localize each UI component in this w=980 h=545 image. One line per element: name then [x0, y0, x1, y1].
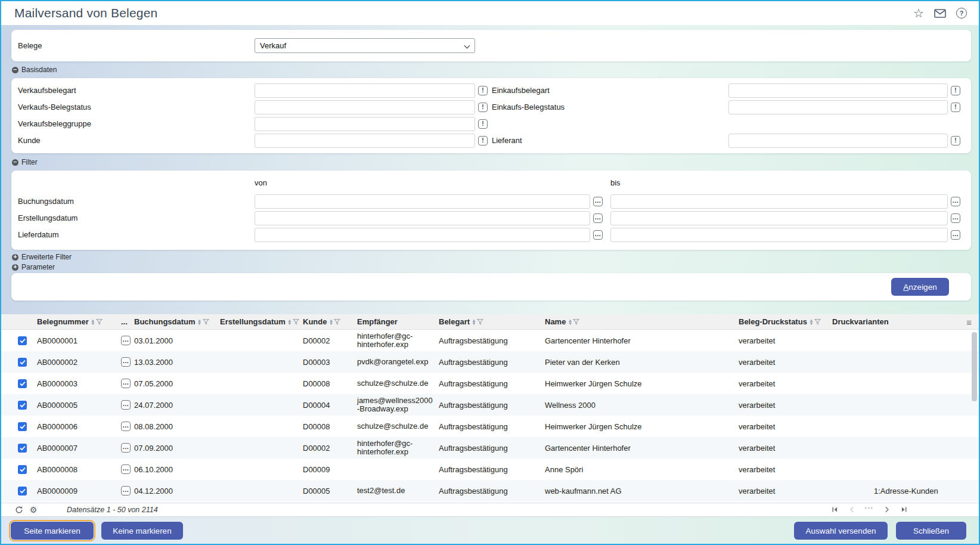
filter-funnel-icon[interactable] [293, 318, 299, 325]
table-row[interactable]: AB0000008 06.10.2000 D00009 Auftragsbest… [1, 459, 979, 480]
verkaufsbeleggruppe-lookup-icon[interactable] [478, 119, 488, 129]
buchungsdatum-von-datepicker-icon[interactable] [593, 197, 603, 206]
belege-select[interactable]: Verkauf [255, 38, 475, 53]
favorite-star-icon[interactable]: ☆ [912, 7, 925, 20]
table-row[interactable]: AB0000007 07.09.2000 D00002 hinterhofer@… [1, 437, 979, 459]
keine-markieren-button[interactable]: Keine markieren [101, 522, 183, 540]
vertical-scrollbar[interactable] [972, 331, 977, 501]
table-row[interactable]: AB0000005 24.07.2000 D00004 james@wellne… [1, 394, 979, 416]
auswahl-versenden-button[interactable]: Auswahl versenden [794, 522, 888, 540]
parameter-expander[interactable]: Parameter [12, 263, 72, 271]
verkaufsbelegart-input[interactable] [255, 83, 475, 98]
previous-page-icon[interactable] [847, 504, 857, 514]
erstellungsdatum-bis-datepicker-icon[interactable] [951, 213, 960, 223]
last-page-icon[interactable] [899, 504, 908, 514]
row-checkbox[interactable] [18, 401, 27, 410]
filter-funnel-icon[interactable] [477, 318, 483, 325]
schliessen-button[interactable]: Schließen [896, 522, 966, 540]
sort-icon[interactable] [810, 319, 812, 325]
row-checkbox[interactable] [18, 465, 27, 474]
table-menu-icon[interactable]: ≡ [966, 317, 972, 327]
lieferdatum-von-input[interactable] [255, 228, 590, 242]
row-checkbox[interactable] [18, 422, 27, 431]
lieferdatum-von-datepicker-icon[interactable] [593, 230, 603, 240]
verkaufs-belegstatus-input[interactable] [255, 100, 475, 114]
column-header-kunde[interactable]: Kunde [303, 317, 357, 326]
column-header-buchungsdatum[interactable]: Buchungsdatum [134, 317, 220, 326]
refresh-icon[interactable] [14, 505, 24, 515]
collapse-icon [12, 159, 18, 166]
erstellungsdatum-von-datepicker-icon[interactable] [593, 213, 603, 223]
cell-beleg-druckstatus: verarbeitet [739, 358, 832, 367]
section-filter-toggle[interactable]: Filter [12, 158, 38, 166]
row-actions-icon[interactable] [121, 400, 131, 410]
filter-funnel-icon[interactable] [573, 318, 579, 325]
buchungsdatum-bis-datepicker-icon[interactable] [951, 197, 960, 206]
sort-icon[interactable] [569, 319, 571, 325]
row-actions-icon[interactable] [121, 379, 131, 388]
help-icon[interactable]: ? [955, 7, 968, 20]
filter-funnel-icon[interactable] [203, 318, 209, 325]
seite-markieren-button[interactable]: Seite markieren [11, 522, 94, 540]
column-header-erstellungsdatum[interactable]: Erstellungsdatum [220, 317, 303, 326]
anzeigen-button[interactable]: Anzeigen [891, 278, 949, 296]
row-actions-icon[interactable] [121, 422, 131, 431]
cell-empfaenger: james@wellness2000-Broadway.exp [357, 397, 439, 413]
verkaufsbeleggruppe-input[interactable] [255, 117, 475, 131]
page-select-icon[interactable]: ··· [864, 503, 874, 513]
lieferant-lookup-icon[interactable] [951, 136, 960, 145]
column-header-beleg-druckstatus[interactable]: Beleg-Druckstatus [739, 317, 832, 326]
section-basisdaten-toggle[interactable]: Basisdaten [12, 66, 57, 74]
scrollbar-thumb[interactable] [972, 332, 977, 401]
envelope-icon[interactable] [934, 7, 947, 20]
row-actions-icon[interactable] [121, 357, 131, 367]
filter-funnel-icon[interactable] [96, 318, 103, 325]
row-checkbox[interactable] [18, 487, 27, 496]
next-page-icon[interactable] [882, 504, 891, 514]
filter-funnel-icon[interactable] [334, 318, 340, 325]
erweiterte-filter-expander[interactable]: Erweiterte Filter [12, 253, 72, 261]
sort-icon[interactable] [473, 319, 475, 325]
buchungsdatum-bis-input[interactable] [610, 194, 948, 209]
einkaufs-belegstatus-lookup-icon[interactable] [951, 103, 960, 112]
row-actions-icon[interactable] [121, 336, 131, 345]
lieferdatum-bis-input[interactable] [610, 228, 948, 242]
gear-icon[interactable]: ⚙ [29, 505, 38, 515]
lieferant-input[interactable] [728, 134, 948, 148]
row-checkbox[interactable] [18, 336, 27, 345]
table-row[interactable]: AB0000002 13.03.2000 D00003 pvdk@oranget… [1, 351, 979, 373]
erstellungsdatum-von-input[interactable] [255, 211, 590, 225]
kunde-lookup-icon[interactable] [478, 136, 488, 145]
row-checkbox[interactable] [18, 358, 27, 367]
cell-name: Heimwerker Jürgen Schulze [545, 379, 739, 388]
row-actions-icon[interactable] [121, 443, 131, 453]
verkaufs-belegstatus-lookup-icon[interactable] [478, 103, 488, 112]
row-checkbox[interactable] [18, 444, 27, 453]
sort-icon[interactable] [199, 319, 201, 325]
column-header-belegnummer[interactable]: Belegnummer [37, 317, 121, 326]
column-header-name[interactable]: Name [545, 317, 739, 326]
table-row[interactable]: AB0000006 08.08.2000 D00008 schulze@schu… [1, 416, 979, 437]
buchungsdatum-von-input[interactable] [255, 194, 590, 209]
table-row[interactable]: AB0000001 03.01.2000 D00002 hinterhofer@… [1, 330, 979, 351]
einkaufs-belegstatus-input[interactable] [728, 100, 948, 114]
einkaufsbelegart-lookup-icon[interactable] [951, 86, 960, 95]
bis-column-label: bis [610, 178, 621, 187]
lieferdatum-bis-datepicker-icon[interactable] [951, 230, 960, 240]
table-row[interactable]: AB0000003 07.05.2000 D00008 schulze@schu… [1, 373, 979, 394]
kunde-input[interactable] [255, 134, 475, 148]
row-actions-icon[interactable] [121, 465, 131, 474]
filter-funnel-icon[interactable] [814, 318, 821, 325]
row-checkbox[interactable] [18, 379, 27, 388]
column-header-belegart[interactable]: Belegart [439, 317, 545, 326]
verkaufsbelegart-lookup-icon[interactable] [478, 86, 488, 95]
row-actions-icon[interactable] [121, 486, 131, 496]
erstellungsdatum-bis-input[interactable] [610, 211, 948, 225]
table-row[interactable]: AB0000009 04.12.2000 D00005 test2@test.d… [1, 480, 979, 501]
belege-table: Belegnummer ... Buchungsdatum Erstellung… [1, 314, 979, 516]
einkaufsbelegart-input[interactable] [728, 83, 948, 98]
first-page-icon[interactable] [830, 504, 839, 514]
sort-icon[interactable] [289, 319, 291, 325]
sort-icon[interactable] [330, 319, 332, 325]
sort-icon[interactable] [92, 319, 94, 325]
